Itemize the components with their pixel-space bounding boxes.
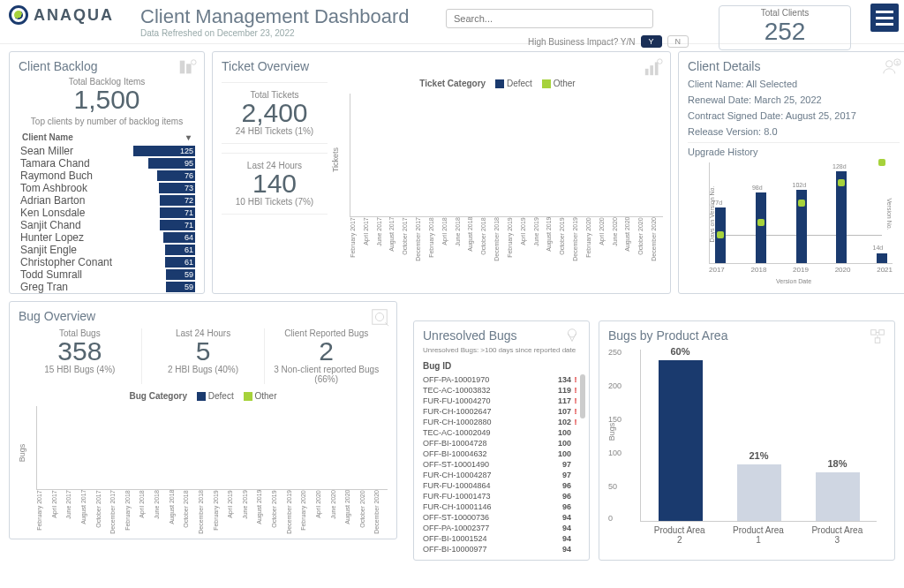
page-title: Client Management Dashboard xyxy=(140,5,410,28)
backlog-table: Client Name▾ xyxy=(19,130,195,145)
svg-rect-1 xyxy=(186,64,192,73)
bug-client-sub: 3 Non-client reported Bugs (66%) xyxy=(270,365,382,384)
bpa-bar: 18% xyxy=(816,472,860,521)
scrollbar-thumb[interactable] xyxy=(580,374,585,418)
svg-rect-5 xyxy=(655,63,659,76)
ticket-chart-title: Ticket Category xyxy=(419,79,486,88)
unresolved-row[interactable]: FUR-FU-1000147396 xyxy=(423,491,580,501)
bug-chart-title: Bug Category xyxy=(129,391,187,401)
backlog-sub: Top clients by number of backlog items xyxy=(19,117,195,126)
bug-overview-card: Bug Overview Total Bugs35815 HBI Bugs (4… xyxy=(9,301,397,539)
bug-heading: Bug Overview xyxy=(19,309,388,323)
bug-total-sub: 15 HBI Bugs (4%) xyxy=(24,365,136,374)
svg-rect-14 xyxy=(871,330,877,335)
topbar: ANAQUA Client Management Dashboard Data … xyxy=(0,0,904,44)
menu-button[interactable] xyxy=(870,4,899,32)
bpa-chart: 60%21%18% xyxy=(640,350,877,522)
search-input[interactable] xyxy=(446,9,653,28)
hbi-no-pill[interactable]: N xyxy=(667,35,689,48)
unresolved-row[interactable]: OFF-BI-1000152494 xyxy=(423,533,580,544)
unresolved-row[interactable]: OFF-PA-1000237794 xyxy=(423,523,580,533)
legend-defect-swatch xyxy=(495,79,504,88)
legend-other-label: Other xyxy=(554,79,576,88)
ticket-total-box: Total Tickets 2,400 24 HBI Tickets (1%) xyxy=(222,82,328,144)
hbi-yes-pill[interactable]: Y xyxy=(641,35,662,48)
client-backlog-card: Client Backlog Total Backlog Items 1,500… xyxy=(9,51,205,294)
ticket-icon xyxy=(644,57,663,77)
backlog-row[interactable]: Greg Tran59 xyxy=(19,281,195,293)
ticket-heading: Ticket Overview xyxy=(222,59,661,73)
bpa-bar: 60% xyxy=(659,360,703,521)
svg-rect-0 xyxy=(180,61,185,74)
upgrade-heading: Upgrade History xyxy=(688,142,900,157)
unresolved-bugs-card: Unresolved Bugs Unresolved Bugs: >100 da… xyxy=(413,320,590,561)
backlog-row[interactable]: Todd Sumrall59 xyxy=(19,268,195,281)
svg-point-11 xyxy=(375,313,383,320)
bpa-bar: 21% xyxy=(737,464,781,521)
unresolved-row[interactable]: FUR-CH-10002880102! xyxy=(423,417,580,427)
uh-xlabel: Version Date xyxy=(776,278,811,284)
unresolved-row[interactable]: FUR-FU-1000486496 xyxy=(423,480,580,491)
bug-client-value: 2 xyxy=(270,338,382,365)
unresolved-icon xyxy=(562,327,582,346)
svg-point-6 xyxy=(658,59,663,64)
legend-other-swatch xyxy=(542,79,551,88)
unresolved-row[interactable]: FUR-FU-10004270117! xyxy=(423,396,580,406)
backlog-row[interactable]: Adrian Barton72 xyxy=(19,194,195,207)
hbi-label: High Business Impact? Y/N xyxy=(528,37,636,47)
bug-ylabel: Bugs xyxy=(18,444,26,463)
svg-point-2 xyxy=(192,60,197,65)
bug-legend-other-swatch xyxy=(244,392,252,401)
title-block: Client Management Dashboard Data Refresh… xyxy=(140,5,410,38)
unresolved-sub: Unresolved Bugs: >100 days since reporte… xyxy=(423,346,580,354)
bug-chart: Bug Category Defect Other Bugs February … xyxy=(19,391,388,534)
backlog-icon xyxy=(177,57,197,77)
bug-legend-defect-label: Defect xyxy=(208,391,234,401)
bug-legend-other-label: Other xyxy=(255,391,277,401)
unresolved-row[interactable]: FUR-CH-1000428797 xyxy=(423,470,580,480)
unresolved-heading: Unresolved Bugs xyxy=(423,328,580,343)
svg-point-7 xyxy=(886,61,893,67)
bpa-icon xyxy=(868,327,887,346)
unresolved-row[interactable]: OFF-ST-1000149097 xyxy=(423,459,580,470)
backlog-row[interactable]: Raymond Buch76 xyxy=(19,170,195,182)
cd-client-name: Client Name: All Selected xyxy=(688,79,900,89)
search-box xyxy=(446,9,653,28)
legend-defect-label: Defect xyxy=(507,79,532,88)
backlog-row[interactable]: Sean Miller125 xyxy=(19,145,195,157)
unresolved-row[interactable]: TEC-AC-10002049100 xyxy=(423,427,580,438)
unresolved-row[interactable]: TEC-AC-10003832119! xyxy=(423,385,580,396)
unresolved-row[interactable]: OFF-BI-10004728100 xyxy=(423,438,580,449)
unresolved-row[interactable]: FUR-CH-10002647107! xyxy=(423,406,580,417)
backlog-row[interactable]: Hunter Lopez64 xyxy=(19,231,195,244)
bpa-heading: Bugs by Product Area xyxy=(608,328,885,343)
cd-heading: Client Details xyxy=(688,59,900,73)
backlog-row[interactable]: Sanjit Chand71 xyxy=(19,219,195,231)
backlog-row[interactable]: Tamara Chand95 xyxy=(19,157,195,170)
backlog-row[interactable]: Ken Lonsdale71 xyxy=(19,207,195,219)
brand-text: ANAQUA xyxy=(34,6,114,25)
backlog-heading: Client Backlog xyxy=(19,59,195,73)
backlog-row[interactable]: Becky Martin59 xyxy=(19,293,195,294)
unresolved-row[interactable]: OFF-BI-10004632100 xyxy=(423,449,580,459)
unresolved-row[interactable]: OFF-PA-10001970134! xyxy=(423,374,580,385)
upgrade-history-chart: 77d98d102d128d14d xyxy=(709,162,893,264)
client-details-card: Client Details $ Client Name: All Select… xyxy=(678,51,904,294)
svg-text:$: $ xyxy=(896,60,899,65)
unresolved-row[interactable]: OFF-ST-1000073694 xyxy=(423,512,580,523)
cd-signed: Contract Signed Date: August 25, 2017 xyxy=(688,110,900,121)
logo: ANAQUA xyxy=(9,5,114,25)
backlog-row[interactable]: Christopher Conant61 xyxy=(19,256,195,268)
unresolved-row[interactable]: FUR-CH-1000114696 xyxy=(423,501,580,512)
backlog-col-name: Client Name xyxy=(20,132,183,143)
backlog-row[interactable]: Sanjit Engle61 xyxy=(19,244,195,256)
backlog-row[interactable]: Tom Ashbrook73 xyxy=(19,182,195,194)
ticket-overview-card: Ticket Overview Total Tickets 2,400 24 H… xyxy=(212,51,671,294)
unresolved-col: Bug ID xyxy=(423,361,580,371)
bug-last24-sub: 2 HBI Bugs (40%) xyxy=(147,365,260,374)
ticket-last24-sub: 10 HBI Tickets (7%) xyxy=(222,197,328,207)
refresh-caption: Data Refreshed on December 23, 2022 xyxy=(140,28,410,38)
ticket-last24-value: 140 xyxy=(222,170,328,197)
unresolved-row[interactable]: OFF-BI-1000097794 xyxy=(423,544,580,554)
bug-total-value: 358 xyxy=(24,338,136,365)
